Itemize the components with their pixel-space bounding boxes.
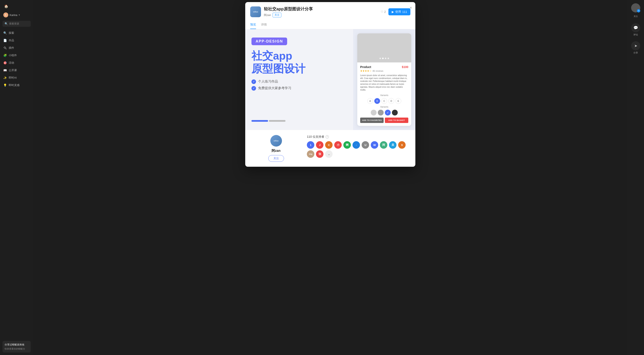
bottom-card-title: 分享过蜻蜓就有收 [4, 343, 29, 347]
search-icon: 🔍 [4, 22, 8, 25]
variant-color-1[interactable] [371, 110, 376, 115]
logo-text: willias [253, 11, 258, 13]
chevron-down-icon: ▾ [19, 13, 20, 16]
add-icon: + [637, 9, 640, 12]
follow-button[interactable]: 关注 [272, 13, 281, 17]
sidebar-item-instant-ai[interactable]: ✨ 即时AI [0, 74, 33, 81]
like-count: 2 [384, 10, 386, 13]
variant-b[interactable]: B [374, 98, 380, 104]
card-dot-3 [385, 58, 386, 59]
sidebar: 🏠 K Karina ▾ 🔍 搜索资源 🔍 探索 📄 作品 🔌 插件 🧩 小组件… [0, 0, 33, 355]
check-icon-2: ✓ [252, 86, 256, 91]
right-panel: + 关注 💬 评论 ➤ 分享 [628, 0, 644, 355]
preview-progress [252, 120, 347, 122]
variant-a[interactable]: A [367, 98, 373, 104]
supporter-11: 9 [398, 141, 406, 149]
search-bar[interactable]: 🔍 搜索资源 [2, 21, 31, 27]
preview-left: APP-DESIGN 社交app 原型图设计 ✓ 个人练习作品 ✓ [245, 29, 353, 130]
info-icon: ? [326, 135, 329, 138]
supporter-10: 吴 [389, 141, 396, 149]
modal-title: 轻社交app原型图设计分享 [264, 6, 378, 12]
stars: ★★★★☆ [360, 69, 372, 72]
product-price: $100 [402, 65, 408, 69]
modal-overlay[interactable]: × willias 轻社交app原型图设计分享 阿zan 关注 ♡ 2 [33, 0, 628, 355]
search-label: 搜索资源 [9, 22, 19, 25]
variant-d[interactable]: D [388, 98, 394, 104]
author-follow-button[interactable]: 关注 [268, 155, 284, 162]
product-desc: Lorem ipsum dolor sit amet, consectetur … [360, 74, 408, 91]
supporter-9: 阿 [380, 141, 387, 149]
modal-tabs: 预览 详情 [250, 21, 410, 29]
product-card-body: Product $100 ★★★★☆ 46 reviews Lorem ipsu… [357, 62, 411, 126]
author-avatar-text: willias [274, 140, 279, 142]
sidebar-item-label: 小组件 [9, 53, 17, 57]
comment-icon: 💬 [631, 23, 640, 32]
add-to-basket-button[interactable]: ADD TO BASKET [385, 118, 408, 123]
use-count: 111 [402, 10, 407, 13]
app-design-badge: APP-DESIGN [252, 37, 287, 45]
activities-icon: 🎯 [3, 61, 7, 64]
share-icon: ➤ [631, 41, 640, 50]
avatar: K [3, 12, 8, 17]
product-rating: ★★★★☆ 46 reviews [360, 69, 408, 72]
use-label: 使用 [395, 10, 401, 14]
variant-color-4[interactable] [392, 110, 398, 115]
close-button[interactable]: × [410, 5, 412, 10]
tab-detail[interactable]: 详情 [261, 21, 267, 29]
sidebar-item-activities[interactable]: 🎯 活动 [0, 59, 33, 66]
plugins-icon: 🔌 [3, 46, 7, 49]
modal-bottom: willias 阿zan 关注 110 位支持者 ? 1 J C 小 [245, 130, 415, 167]
home-icon[interactable]: 🏠 [3, 3, 9, 9]
supporters-grid: 1 J C 小 啊 · U W 阿 吴 9 img 张 ⌄ [307, 141, 410, 158]
sidebar-item-label: 作品 [9, 38, 14, 42]
sidebar-item-instant-feel[interactable]: 💡 即时灵感 [0, 81, 33, 89]
widgets-icon: 🧩 [3, 54, 7, 57]
sidebar-item-label: 活动 [9, 61, 14, 65]
comment-action[interactable]: 💬 评论 [630, 21, 642, 38]
author-name-large: 阿zan [272, 149, 280, 153]
explore-icon: 🔍 [3, 31, 7, 35]
check-label-2: 免费提供大家参考学习 [258, 86, 291, 90]
preview-right: Product $100 ★★★★☆ 46 reviews Lorem ipsu… [353, 29, 415, 130]
variants-label-2: Variants [360, 105, 408, 108]
share-action[interactable]: ➤ 分享 [630, 39, 642, 56]
variant-color-3[interactable]: ✓ [385, 110, 391, 115]
username: Karina [10, 13, 18, 16]
like-button[interactable]: ♡ 2 [381, 10, 386, 13]
sidebar-item-plugins[interactable]: 🔌 插件 [0, 44, 33, 52]
bottom-card[interactable]: 分享过蜻蜓就有收 快来查看你的蜻蜓分 [2, 341, 31, 353]
supporter-4: 小 [334, 141, 342, 149]
card-buttons: ADD TO FAVORITES ADD TO BASKET [360, 118, 408, 123]
sidebar-item-works[interactable]: 📄 作品 [0, 37, 33, 44]
modal-author-row: 阿zan 关注 [264, 13, 378, 17]
variant-color-2[interactable] [378, 110, 384, 115]
supporter-6: · [352, 141, 360, 149]
comment-label: 评论 [634, 33, 638, 36]
check-item-1: ✓ 个人练习作品 [252, 79, 347, 84]
add-to-favorites-button[interactable]: ADD TO FAVORITES [360, 118, 384, 123]
courses-icon: 📖 [3, 69, 7, 72]
tab-preview[interactable]: 预览 [250, 21, 256, 29]
product-card-header [357, 33, 411, 62]
use-button[interactable]: ▶ 使用 111 [388, 8, 410, 15]
sidebar-user[interactable]: K Karina ▾ [0, 11, 33, 19]
product-name-row: Product $100 [360, 65, 408, 69]
sidebar-item-label: 即时灵感 [9, 83, 20, 87]
check-item-2: ✓ 免费提供大家参考学习 [252, 86, 347, 91]
share-label: 分享 [634, 51, 638, 54]
use-icon: ▶ [392, 10, 394, 13]
sidebar-top: 🏠 [0, 0, 33, 11]
sidebar-item-widgets[interactable]: 🧩 小组件 [0, 52, 33, 59]
supporter-more[interactable]: ⌄ [325, 150, 332, 158]
supporter-1: 1 [307, 141, 314, 149]
author-section: willias 阿zan 关注 [250, 135, 302, 162]
variant-c[interactable]: C [381, 98, 387, 104]
sidebar-item-explore[interactable]: 🔍 探索 [0, 29, 33, 37]
supporter-12: img [307, 150, 314, 158]
supporter-7: U [362, 141, 369, 149]
variant-e[interactable]: E [396, 98, 401, 104]
sidebar-item-courses[interactable]: 📖 公开课 [0, 66, 33, 74]
card-dot-1 [380, 58, 381, 59]
progress-empty [269, 120, 286, 122]
user-avatar-right: + [631, 3, 640, 12]
